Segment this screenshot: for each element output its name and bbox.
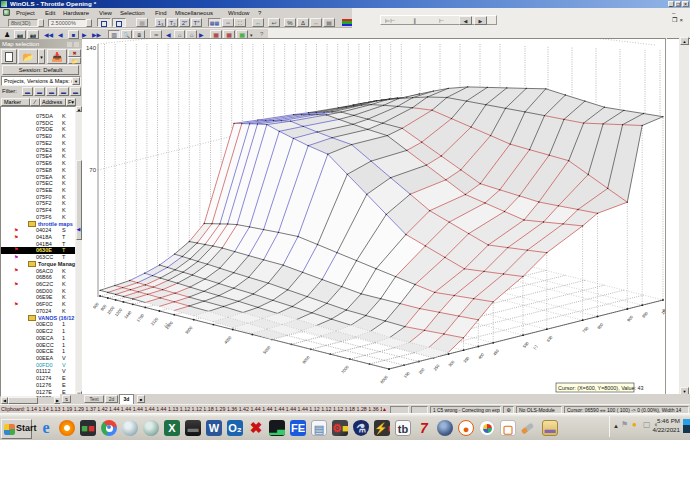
svg-text:250: 250 (432, 363, 441, 372)
svg-text:3000: 3000 (184, 325, 194, 336)
svg-text:1440: 1440 (123, 309, 133, 320)
svg-text:750: 750 (581, 325, 590, 334)
svg-text:1200: 1200 (114, 307, 124, 318)
svg-text:630: 630 (545, 334, 554, 343)
svg-text:950: 950 (641, 310, 650, 319)
svg-text:300: 300 (447, 359, 456, 368)
svg-text:2120: 2120 (150, 316, 160, 327)
svg-text:350: 350 (462, 355, 471, 364)
svg-text:8000: 8000 (379, 374, 389, 385)
svg-text:800: 800 (596, 321, 605, 330)
svg-text:102.5: 102.5 (662, 308, 666, 313)
svg-text:450: 450 (492, 348, 501, 357)
svg-text:140: 140 (86, 45, 97, 51)
svg-text:Cursor: (X=600, Y=8000), Value: Cursor: (X=600, Y=8000), Value: 43 (558, 385, 644, 391)
svg-text:1760: 1760 (136, 312, 146, 323)
svg-text:550: 550 (522, 340, 531, 349)
svg-text:4000: 4000 (223, 334, 233, 345)
svg-text:6000: 6000 (301, 354, 311, 365)
svg-text:(-): (-) (532, 343, 539, 350)
svg-text:5000: 5000 (262, 344, 272, 355)
svg-text:400: 400 (477, 351, 486, 360)
svg-text:200: 200 (417, 366, 426, 375)
svg-text:7000: 7000 (340, 364, 350, 375)
svg-text:900: 900 (626, 314, 635, 323)
svg-text:70: 70 (89, 167, 96, 173)
svg-text:150: 150 (403, 370, 412, 379)
